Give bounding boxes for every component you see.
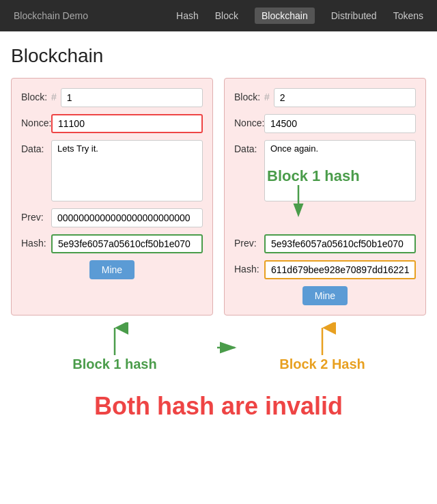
nonce-label-1: Nonce: bbox=[21, 114, 51, 128]
nav-brand: Blockchain Demo bbox=[14, 10, 88, 21]
prev-row-2: Prev: bbox=[234, 234, 416, 253]
block1-hash-bottom-label: Block 1 hash bbox=[72, 356, 156, 372]
block-label-1: Block: bbox=[21, 88, 51, 102]
hash-input-1[interactable] bbox=[51, 234, 203, 253]
prev-input-1[interactable] bbox=[51, 208, 203, 227]
data-row-2: Data: Once again. bbox=[234, 140, 416, 201]
prev-row-1: Prev: bbox=[21, 208, 203, 227]
page-title: Blockchain bbox=[11, 45, 426, 67]
prev-label-1: Prev: bbox=[21, 208, 51, 223]
block-number-row-2: Block: # bbox=[234, 88, 416, 107]
nav-link-distributed[interactable]: Distributed bbox=[331, 10, 377, 21]
hash-symbol-1: # bbox=[51, 88, 57, 102]
hash-symbol-2: # bbox=[264, 88, 270, 102]
annotation-block1: Block 1 hash bbox=[11, 322, 218, 384]
data-row-1: Data: Lets Try it. bbox=[21, 140, 203, 201]
data-label-1: Data: bbox=[21, 140, 51, 154]
data-textarea-1[interactable]: Lets Try it. bbox=[51, 140, 203, 201]
nonce-input-1[interactable] bbox=[51, 114, 203, 133]
block-number-input-2[interactable] bbox=[274, 88, 416, 107]
hash-row-1: Hash: bbox=[21, 234, 203, 253]
prev-label-2: Prev: bbox=[234, 234, 264, 249]
page-content: Blockchain Block: # Nonce: Data: Lets Tr… bbox=[0, 31, 437, 434]
annotation-block2: Block 2 Hash bbox=[218, 322, 426, 384]
nonce-input-2[interactable] bbox=[264, 114, 416, 133]
arrow-up-block1 bbox=[101, 322, 128, 356]
hash-label-2: Hash: bbox=[234, 260, 264, 275]
arrow-up-block2 bbox=[309, 322, 336, 356]
block-card-1: Block: # Nonce: Data: Lets Try it. Prev: bbox=[11, 78, 213, 316]
prev-input-2[interactable] bbox=[264, 234, 416, 253]
bottom-annotations: Block 1 hash Block 2 Hash bbox=[11, 322, 426, 384]
mine-button-2[interactable]: Mine bbox=[302, 286, 348, 305]
block2-hash-bottom-label: Block 2 Hash bbox=[279, 356, 365, 372]
nonce-row-2: Nonce: bbox=[234, 114, 416, 133]
navbar: Blockchain Demo Hash Block Blockchain Di… bbox=[0, 0, 437, 31]
nav-link-block[interactable]: Block bbox=[215, 10, 238, 21]
mine-button-1[interactable]: Mine bbox=[89, 260, 135, 279]
nav-link-hash[interactable]: Hash bbox=[176, 10, 199, 21]
data-label-2: Data: bbox=[234, 140, 264, 154]
block-number-row-1: Block: # bbox=[21, 88, 203, 107]
hash-input-2[interactable] bbox=[264, 260, 416, 279]
nav-link-tokens[interactable]: Tokens bbox=[393, 10, 423, 21]
block-number-input-1[interactable] bbox=[61, 88, 203, 107]
nonce-row-1: Nonce: bbox=[21, 114, 203, 133]
block-label-2: Block: bbox=[234, 88, 264, 102]
nav-link-blockchain[interactable]: Blockchain bbox=[255, 8, 315, 24]
blocks-row: Block: # Nonce: Data: Lets Try it. Prev: bbox=[11, 78, 426, 316]
invalid-message: Both hash are invalid bbox=[11, 392, 426, 421]
nonce-label-2: Nonce: bbox=[234, 114, 264, 128]
hash-label-1: Hash: bbox=[21, 234, 51, 249]
data-textarea-2[interactable]: Once again. bbox=[264, 140, 416, 201]
block-card-2: Block: # Nonce: Data: Once again. bbox=[224, 78, 426, 316]
hash-row-2: Hash: bbox=[234, 260, 416, 279]
